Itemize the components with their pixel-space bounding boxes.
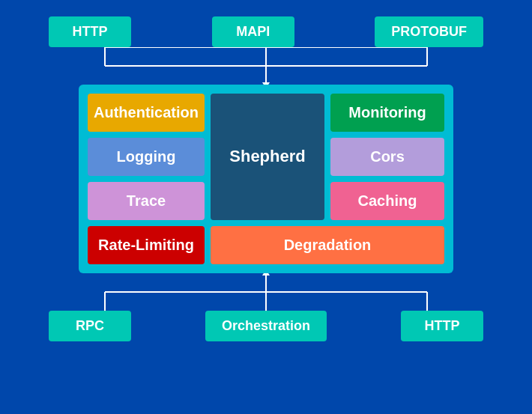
shepherd-label: Shepherd xyxy=(229,147,305,166)
caching-cell: Caching xyxy=(330,182,444,220)
trace-cell: Trace xyxy=(88,182,205,220)
logging-label: Logging xyxy=(117,148,176,165)
top-row: HTTP MAPI PROTOBUF xyxy=(49,16,483,47)
cors-label: Cors xyxy=(370,148,405,165)
protobuf-label: PROTOBUF xyxy=(391,24,467,39)
http-top-box: HTTP xyxy=(49,16,131,47)
monitoring-label: Monitoring xyxy=(348,104,426,121)
http-top-label: HTTP xyxy=(73,24,108,39)
bottom-row: RPC Orchestration HTTP xyxy=(49,311,483,341)
http-bottom-box: HTTP xyxy=(401,311,483,341)
degradation-cell: Degradation xyxy=(211,226,444,264)
authentication-label: Authentication xyxy=(94,104,199,121)
monitoring-cell: Monitoring xyxy=(330,94,444,132)
degradation-label: Degradation xyxy=(284,237,372,254)
rate-limiting-label: Rate-Limiting xyxy=(98,237,194,254)
rate-limiting-cell: Rate-Limiting xyxy=(88,226,205,264)
rpc-box: RPC xyxy=(49,311,131,341)
bottom-connectors xyxy=(49,273,483,311)
architecture-diagram: HTTP MAPI PROTOBUF Authentication Mo xyxy=(22,16,510,398)
rpc-label: RPC xyxy=(76,318,104,333)
orchestration-box: Orchestration xyxy=(205,311,327,341)
shepherd-cell: Shepherd xyxy=(211,94,324,220)
top-connector-svg xyxy=(49,47,483,85)
authentication-cell: Authentication xyxy=(88,94,205,132)
protobuf-box: PROTOBUF xyxy=(375,16,483,47)
logging-cell: Logging xyxy=(88,138,205,176)
mapi-box: MAPI xyxy=(212,16,294,47)
top-connectors xyxy=(49,47,483,85)
trace-label: Trace xyxy=(127,192,166,210)
http-bottom-label: HTTP xyxy=(425,318,460,333)
orchestration-label: Orchestration xyxy=(222,318,310,333)
bottom-connector-svg xyxy=(49,273,483,311)
mapi-label: MAPI xyxy=(236,24,270,39)
caching-label: Caching xyxy=(358,192,417,210)
main-container: Authentication Monitoring Logging Shephe… xyxy=(79,85,453,273)
cors-cell: Cors xyxy=(330,138,444,176)
